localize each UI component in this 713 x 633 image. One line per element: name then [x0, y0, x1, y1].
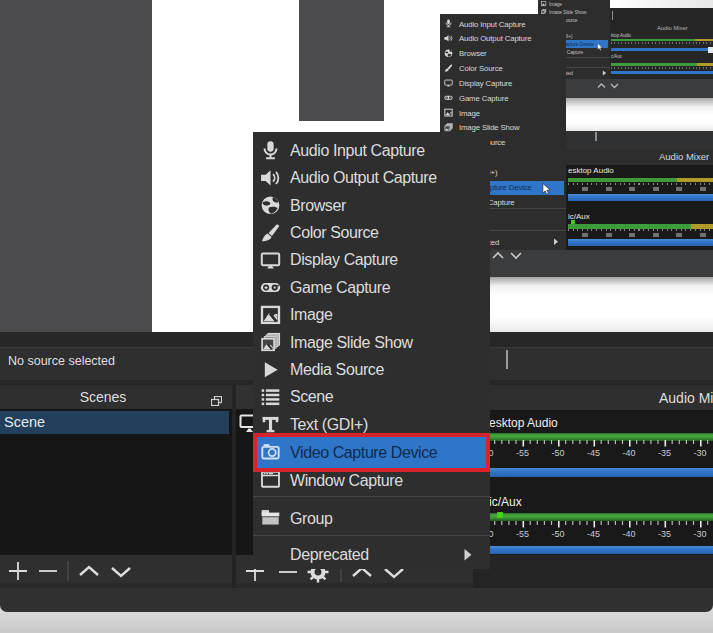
svg-text:-35: -35: [658, 448, 671, 458]
svg-text:-50: -50: [551, 448, 564, 458]
svg-text:-30: -30: [693, 448, 706, 458]
svg-text:-40: -40: [622, 529, 635, 539]
svg-text:-50: -50: [551, 529, 564, 539]
svg-text:-55: -55: [516, 529, 529, 539]
svg-text:-40: -40: [622, 448, 635, 458]
svg-text:-35: -35: [658, 529, 671, 539]
svg-text:-45: -45: [587, 448, 600, 458]
svg-text:-45: -45: [587, 529, 600, 539]
svg-text:-55: -55: [516, 448, 529, 458]
svg-text:0: 0: [489, 448, 494, 458]
svg-text:0: 0: [489, 529, 494, 539]
svg-text:-30: -30: [693, 529, 706, 539]
